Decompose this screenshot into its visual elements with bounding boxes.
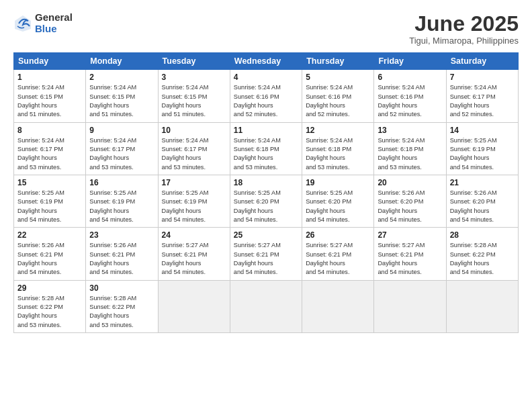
table-row: 16 Sunrise: 5:25 AM Sunset: 6:19 PM Dayl… xyxy=(86,175,158,227)
table-row: 25 Sunrise: 5:27 AM Sunset: 6:21 PM Dayl… xyxy=(230,228,302,280)
table-row: 21 Sunrise: 5:26 AM Sunset: 6:20 PM Dayl… xyxy=(446,175,518,227)
day-number: 21 xyxy=(450,178,515,187)
day-info: Sunrise: 5:28 AM Sunset: 6:22 PM Dayligh… xyxy=(450,241,515,277)
day-info: Sunrise: 5:25 AM Sunset: 6:19 PM Dayligh… xyxy=(450,136,515,172)
table-row: 13 Sunrise: 5:24 AM Sunset: 6:18 PM Dayl… xyxy=(374,122,446,175)
table-row xyxy=(446,280,518,332)
table-row: 15 Sunrise: 5:25 AM Sunset: 6:19 PM Dayl… xyxy=(14,175,86,227)
day-info: Sunrise: 5:25 AM Sunset: 6:20 PM Dayligh… xyxy=(306,189,370,224)
table-row: 8 Sunrise: 5:24 AM Sunset: 6:17 PM Dayli… xyxy=(14,122,86,175)
table-row: 7 Sunrise: 5:24 AM Sunset: 6:17 PM Dayli… xyxy=(446,70,518,122)
day-number: 7 xyxy=(450,73,515,82)
day-info: Sunrise: 5:24 AM Sunset: 6:16 PM Dayligh… xyxy=(234,83,298,119)
day-info: Sunrise: 5:27 AM Sunset: 6:21 PM Dayligh… xyxy=(162,241,226,277)
table-row: 11 Sunrise: 5:24 AM Sunset: 6:18 PM Dayl… xyxy=(230,122,302,175)
logo: General Blue xyxy=(13,12,73,34)
table-row xyxy=(302,280,374,332)
page: General Blue June 2025 Tigui, Mimaropa, … xyxy=(0,0,532,411)
table-row: 14 Sunrise: 5:25 AM Sunset: 6:19 PM Dayl… xyxy=(446,122,518,175)
table-row: 18 Sunrise: 5:25 AM Sunset: 6:20 PM Dayl… xyxy=(230,175,302,227)
day-info: Sunrise: 5:25 AM Sunset: 6:19 PM Dayligh… xyxy=(17,189,82,224)
day-info: Sunrise: 5:24 AM Sunset: 6:17 PM Dayligh… xyxy=(89,136,154,172)
col-thursday: Thursday xyxy=(302,53,374,70)
day-number: 25 xyxy=(234,230,298,240)
day-info: Sunrise: 5:24 AM Sunset: 6:17 PM Dayligh… xyxy=(162,136,226,172)
calendar: Sunday Monday Tuesday Wednesday Thursday… xyxy=(13,52,519,333)
day-info: Sunrise: 5:28 AM Sunset: 6:22 PM Dayligh… xyxy=(89,294,154,330)
table-row: 26 Sunrise: 5:27 AM Sunset: 6:21 PM Dayl… xyxy=(302,228,374,280)
day-info: Sunrise: 5:25 AM Sunset: 6:19 PM Dayligh… xyxy=(89,189,154,224)
table-row: 27 Sunrise: 5:27 AM Sunset: 6:21 PM Dayl… xyxy=(374,228,446,280)
logo-blue: Blue xyxy=(35,24,73,35)
table-row: 1 Sunrise: 5:24 AM Sunset: 6:15 PM Dayli… xyxy=(14,70,86,122)
day-number: 1 xyxy=(17,73,82,82)
day-number: 4 xyxy=(234,73,298,82)
table-row: 2 Sunrise: 5:24 AM Sunset: 6:15 PM Dayli… xyxy=(86,70,158,122)
table-row: 6 Sunrise: 5:24 AM Sunset: 6:16 PM Dayli… xyxy=(374,70,446,122)
logo-icon xyxy=(13,14,32,33)
day-info: Sunrise: 5:28 AM Sunset: 6:22 PM Dayligh… xyxy=(17,294,82,330)
calendar-row: 1 Sunrise: 5:24 AM Sunset: 6:15 PM Dayli… xyxy=(14,70,519,122)
table-row: 23 Sunrise: 5:26 AM Sunset: 6:21 PM Dayl… xyxy=(86,228,158,280)
day-info: Sunrise: 5:27 AM Sunset: 6:21 PM Dayligh… xyxy=(234,241,298,277)
logo-general: General xyxy=(35,12,73,24)
day-number: 23 xyxy=(89,230,154,240)
day-number: 20 xyxy=(378,178,442,187)
calendar-row: 8 Sunrise: 5:24 AM Sunset: 6:17 PM Dayli… xyxy=(14,122,519,175)
day-number: 6 xyxy=(378,73,442,82)
day-number: 2 xyxy=(89,73,154,82)
table-row: 24 Sunrise: 5:27 AM Sunset: 6:21 PM Dayl… xyxy=(158,228,230,280)
calendar-row: 15 Sunrise: 5:25 AM Sunset: 6:19 PM Dayl… xyxy=(14,175,519,227)
day-info: Sunrise: 5:26 AM Sunset: 6:21 PM Dayligh… xyxy=(17,241,82,277)
table-row: 29 Sunrise: 5:28 AM Sunset: 6:22 PM Dayl… xyxy=(14,280,86,332)
day-info: Sunrise: 5:24 AM Sunset: 6:18 PM Dayligh… xyxy=(306,136,370,172)
day-info: Sunrise: 5:24 AM Sunset: 6:18 PM Dayligh… xyxy=(234,136,298,172)
day-info: Sunrise: 5:24 AM Sunset: 6:18 PM Dayligh… xyxy=(378,136,442,172)
day-info: Sunrise: 5:26 AM Sunset: 6:20 PM Dayligh… xyxy=(450,189,515,224)
day-info: Sunrise: 5:24 AM Sunset: 6:16 PM Dayligh… xyxy=(378,83,442,119)
day-number: 13 xyxy=(378,126,442,135)
table-row: 30 Sunrise: 5:28 AM Sunset: 6:22 PM Dayl… xyxy=(86,280,158,332)
col-wednesday: Wednesday xyxy=(230,53,302,70)
day-number: 5 xyxy=(306,73,370,82)
table-row: 12 Sunrise: 5:24 AM Sunset: 6:18 PM Dayl… xyxy=(302,122,374,175)
day-number: 27 xyxy=(378,230,442,240)
day-info: Sunrise: 5:24 AM Sunset: 6:15 PM Dayligh… xyxy=(89,83,154,119)
table-row: 28 Sunrise: 5:28 AM Sunset: 6:22 PM Dayl… xyxy=(446,228,518,280)
col-friday: Friday xyxy=(374,53,446,70)
day-info: Sunrise: 5:24 AM Sunset: 6:15 PM Dayligh… xyxy=(162,83,226,119)
day-number: 16 xyxy=(89,178,154,187)
calendar-header-row: Sunday Monday Tuesday Wednesday Thursday… xyxy=(14,53,519,70)
day-number: 15 xyxy=(17,178,82,187)
table-row xyxy=(158,280,230,332)
col-monday: Monday xyxy=(86,53,158,70)
day-number: 19 xyxy=(306,178,370,187)
header: General Blue June 2025 Tigui, Mimaropa, … xyxy=(13,12,519,46)
table-row: 4 Sunrise: 5:24 AM Sunset: 6:16 PM Dayli… xyxy=(230,70,302,122)
day-number: 14 xyxy=(450,126,515,135)
table-row: 3 Sunrise: 5:24 AM Sunset: 6:15 PM Dayli… xyxy=(158,70,230,122)
logo-text: General Blue xyxy=(35,12,73,34)
table-row xyxy=(374,280,446,332)
month-title: June 2025 xyxy=(409,12,519,36)
day-info: Sunrise: 5:26 AM Sunset: 6:21 PM Dayligh… xyxy=(89,241,154,277)
table-row: 19 Sunrise: 5:25 AM Sunset: 6:20 PM Dayl… xyxy=(302,175,374,227)
day-number: 29 xyxy=(17,283,82,293)
day-info: Sunrise: 5:25 AM Sunset: 6:20 PM Dayligh… xyxy=(234,189,298,224)
day-number: 10 xyxy=(162,126,226,135)
day-number: 18 xyxy=(234,178,298,187)
calendar-row: 22 Sunrise: 5:26 AM Sunset: 6:21 PM Dayl… xyxy=(14,228,519,280)
day-info: Sunrise: 5:24 AM Sunset: 6:17 PM Dayligh… xyxy=(17,136,82,172)
day-info: Sunrise: 5:27 AM Sunset: 6:21 PM Dayligh… xyxy=(306,241,370,277)
day-info: Sunrise: 5:24 AM Sunset: 6:17 PM Dayligh… xyxy=(450,83,515,119)
calendar-row: 29 Sunrise: 5:28 AM Sunset: 6:22 PM Dayl… xyxy=(14,280,519,332)
day-number: 8 xyxy=(17,126,82,135)
table-row: 5 Sunrise: 5:24 AM Sunset: 6:16 PM Dayli… xyxy=(302,70,374,122)
day-number: 30 xyxy=(89,283,154,293)
day-info: Sunrise: 5:24 AM Sunset: 6:16 PM Dayligh… xyxy=(306,83,370,119)
location: Tigui, Mimaropa, Philippines xyxy=(409,36,519,46)
day-number: 3 xyxy=(162,73,226,82)
col-tuesday: Tuesday xyxy=(158,53,230,70)
day-info: Sunrise: 5:27 AM Sunset: 6:21 PM Dayligh… xyxy=(378,241,442,277)
col-sunday: Sunday xyxy=(14,53,86,70)
